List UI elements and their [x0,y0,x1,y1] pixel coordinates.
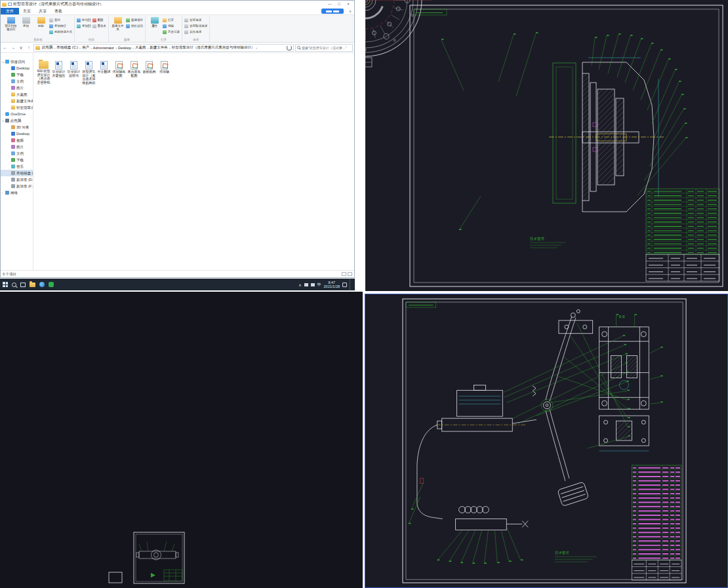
close-button[interactable]: × [344,1,353,8]
select-none-button[interactable]: 全部取消选择 [184,24,207,28]
nav-item[interactable]: 下载 [1,157,33,163]
address-bar[interactable]: 此电脑 › 本地磁盘 (C:) › 用户 › [33,44,294,52]
nav-item[interactable]: ∨ 此电脑 [1,117,33,124]
delete-button[interactable]: 删除 [92,18,107,22]
breadcrumb-segment[interactable]: 轻型货车设计（湿式摩擦片式离合器与传动轴设计） [171,45,256,50]
new-folder-button[interactable]: 新建文件夹 [111,16,125,31]
select-none-icon [184,24,188,28]
new-folder-icon [114,17,122,24]
file-item[interactable]: 毕业设计说明书 [66,61,81,85]
nav-item[interactable]: 音乐 [1,163,33,170]
tab-view[interactable]: 查看 [51,8,66,14]
tray-overflow-icon[interactable]: ∧ [298,283,301,287]
file-icon [115,61,123,69]
invert-selection-button[interactable]: 反向选择 [184,29,207,34]
nav-item[interactable]: 本地磁盘 (C:) [1,170,33,176]
back-button[interactable]: ← [2,44,9,52]
start-button[interactable] [3,282,8,287]
quick-access-toolbar-icon[interactable] [8,3,12,6]
open-button[interactable]: 打开 [163,18,180,22]
select-all-button[interactable]: 全部选择 [184,18,207,22]
nav-item[interactable]: 新建文件夹 [1,98,33,104]
nav-item[interactable]: 轻型货车设计文件 [1,104,33,111]
nav-item[interactable]: 图片 [1,144,33,150]
thumbnails-view-icon[interactable] [348,272,352,276]
minimize-button[interactable]: — [325,1,334,8]
file-icon [70,61,77,69]
breadcrumb-segment[interactable]: Administrator [92,46,115,50]
clock-date: 2021/1/28 [324,284,340,288]
file-item[interactable]: 踏板机构 [142,61,157,85]
collapse-ribbon-icon[interactable]: ∧ [346,9,354,13]
nav-item[interactable]: Desktop [1,65,33,71]
history-button[interactable]: 历史记录 [163,29,180,34]
tab-home[interactable]: 主页 [19,8,35,14]
nav-item[interactable]: › OneDrive [1,111,33,117]
tab-share[interactable]: 共享 [35,8,51,14]
breadcrumb-segment[interactable]: 大蕙图 [134,45,147,50]
nav-item[interactable]: 大蕙图 [1,91,33,98]
breadcrumb-segment[interactable]: 用户 [81,45,90,50]
nav-item[interactable]: › 网络 [1,189,33,196]
nav-item[interactable]: 文档 [1,78,33,85]
file-item[interactable]: 毕业设计开题报告 [51,61,66,85]
details-view-icon[interactable] [342,272,346,276]
cloud-badge-button[interactable] [321,9,344,14]
file-item[interactable]: 600 轻型货车设计（离合器及操纵机构设计… [36,61,51,85]
paste-shortcut-button[interactable]: 粘贴快捷方式 [49,29,72,34]
new-item-button[interactable]: 新建项目 [126,18,143,22]
copy-button[interactable]: 复制 [19,16,33,31]
nav-item[interactable]: 视频 [1,137,33,144]
nav-item[interactable]: ∨ 快速访问 [1,58,33,65]
file-item[interactable]: 传动轴 [157,61,172,85]
taskbar-browser-icon[interactable] [39,282,45,287]
taskbar-cad-app-icon[interactable] [49,282,54,287]
nav-item-icon [5,191,9,195]
pin-to-quick-access-button[interactable]: 固定到快速访问 [4,16,18,31]
taskbar-clock[interactable]: 8:47 2021/1/28 [324,281,340,289]
nav-item[interactable]: 下载 [1,71,33,78]
nav-item-icon [11,184,15,188]
taskbar-file-explorer-icon[interactable] [30,283,35,287]
paste-button[interactable]: 粘贴 [34,16,48,31]
breadcrumb-segment[interactable]: 新建文件夹 [149,45,169,50]
nav-item[interactable]: 文档 [1,150,33,157]
input-language-indicator[interactable]: 中 [317,282,321,288]
copy-path-button[interactable]: 复制路径 [49,24,72,28]
recent-locations-icon[interactable]: ∨ [18,44,24,52]
file-item[interactable]: 传动轴装配图 [111,61,127,85]
copy-to-button[interactable]: 复制到 [77,24,91,28]
nav-item[interactable]: Desktop [1,130,33,137]
properties-button[interactable]: 属性 [148,16,161,31]
group-label-organize: 组织 [77,37,106,42]
up-button[interactable]: ↑ [26,44,32,52]
network-icon[interactable] [304,283,308,286]
nav-item[interactable]: 新加卷 (F:) [1,183,33,189]
breadcrumb-segment[interactable]: 此电脑 [41,45,54,50]
easy-access-button[interactable]: 轻松访问 [126,24,143,28]
nav-item[interactable]: 3D 对象 [1,124,33,130]
file-item[interactable]: 外文翻译 [96,61,111,85]
breadcrumb-segment[interactable]: 本地磁盘 (C:) [56,45,79,50]
maximize-button[interactable]: □ [334,1,344,8]
show-desktop-button[interactable] [350,279,351,290]
file-item[interactable]: 轻型货车设计（离合器及操纵机构设计）… [81,61,96,85]
nav-item[interactable]: 新加卷 (D:) [1,176,33,183]
task-view-icon[interactable] [20,283,26,287]
search-box[interactable]: 搜索"轻型货车设计（湿式摩…" [295,44,353,52]
file-item[interactable]: 离合器装配图 [127,61,142,85]
tab-file[interactable]: 文件 [1,8,19,14]
edit-button[interactable]: 编辑 [163,24,180,28]
taskbar-search-icon[interactable] [12,283,16,287]
group-label-open: 打开 [148,37,180,42]
action-center-icon[interactable] [342,283,347,287]
nav-item[interactable]: 图片 [1,85,33,91]
cut-button[interactable]: 剪切 [49,18,72,22]
breadcrumb-segment[interactable]: Desktop [117,46,132,50]
move-to-button[interactable]: 移动到 [77,18,91,22]
volume-icon[interactable] [311,283,315,286]
pin-icon [7,17,15,24]
rename-button[interactable]: 重命名 [92,24,107,28]
forward-button[interactable]: → [10,44,16,52]
refresh-icon[interactable] [287,45,292,50]
